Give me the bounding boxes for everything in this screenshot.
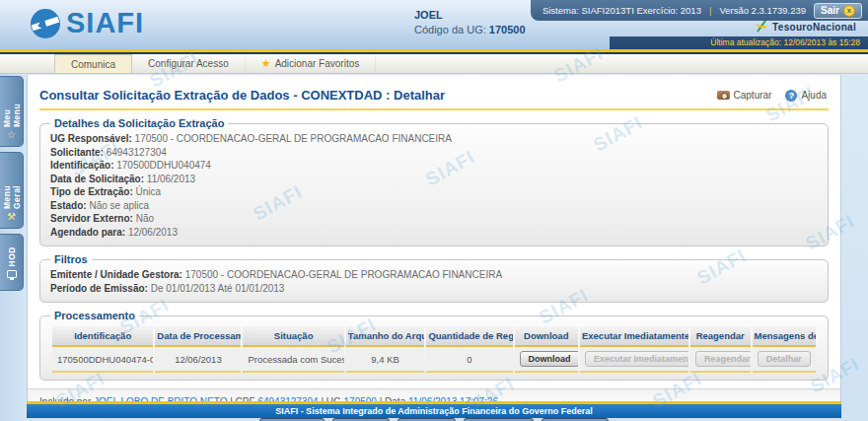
detalhar-erro-button[interactable]: Detalhar (758, 351, 811, 367)
field-estado: Estado: Não se aplica (50, 199, 818, 213)
tab-comunica-label: Comunica (71, 59, 115, 70)
user-block: JOEL Código da UG: 170500 (414, 9, 526, 35)
tab-configurar-acesso[interactable]: Configurar Acesso (132, 54, 246, 73)
monitor-icon (7, 270, 17, 278)
field-label: UG Responsável: (50, 133, 132, 144)
table-row: 170500DDHU040474-00001 12/06/2013 Proces… (52, 347, 816, 373)
field-value: 170500DDHU040474 (116, 160, 211, 171)
system-strip: Sistema: SIAFI2013TI Exercício: 2013 | V… (531, 0, 868, 21)
field-identificacao: Identificação: 170500DDHU040474 (50, 159, 818, 173)
field-agendado-para: Agendado para: 12/06/2013 (50, 226, 818, 240)
siafi-logo-icon (30, 8, 61, 39)
version-info: Versão 2.3.1739.239 (719, 5, 806, 16)
siafi-logo-text: SIAFI (66, 7, 144, 39)
col-reagendar: Reagendar (690, 326, 751, 347)
col-data-processamento: Data de Processamento (155, 326, 241, 347)
top-tabbar: Comunica Configurar Acesso ★ Adicionar F… (0, 54, 868, 74)
tesouro-nacional-logo: TesouroNacional (755, 20, 856, 34)
cell-identificacao: 170500DDHU040474-00001 (52, 347, 153, 373)
footer-bar: SIAFI - Sistema Integrado de Administraç… (27, 404, 841, 418)
field-periodo-emissao: Período de Emissão: De 01/01/2013 Até 01… (50, 282, 818, 296)
ajuda-label: Ajuda (801, 90, 827, 101)
left-sidebar: Meu Menu ☆ Menu Geral ⚒ HOD (0, 74, 27, 421)
tesouro-icon (755, 20, 768, 34)
sidebar-item-menu-geral[interactable]: Menu Geral ⚒ (0, 152, 24, 229)
field-label: Identificação: (50, 160, 113, 171)
tools-icon: ⚒ (7, 212, 16, 222)
user-name: JOEL (414, 9, 526, 21)
system-separator: | (709, 5, 711, 16)
field-value: 64943127304 (107, 147, 167, 158)
tab-adicionar-favoritos-label: Adicionar Favoritos (275, 58, 360, 69)
field-label: Agendado para: (50, 227, 125, 238)
processamento-fieldset: Processamento Identificação Data de Proc… (39, 310, 829, 381)
help-icon: ? (785, 90, 797, 102)
app-header: SIAFI JOEL Código da UG: 170500 Sistema:… (0, 0, 868, 49)
filtros-fieldset: Filtros Emitente / Unidade Gestora: 1705… (39, 253, 829, 303)
periodo-de-value: 01/01/2013 (166, 283, 215, 294)
field-servidor-externo: Servidor Externo: Não (50, 212, 818, 226)
field-value: 12/06/2013 (128, 227, 178, 238)
field-value: 170500 - COORDENACAO-GERAL DE PROGRAMACA… (185, 269, 502, 280)
star-icon: ★ (261, 57, 271, 70)
logout-button[interactable]: Sair x (814, 3, 862, 19)
field-value: Não se aplica (89, 200, 149, 211)
field-solicitante: Solicitante: 64943127304 (50, 146, 818, 160)
sidebar-item-meu-menu[interactable]: Meu Menu ☆ (0, 76, 24, 147)
ug-label: Código da UG: (414, 24, 486, 35)
filtros-legend: Filtros (50, 253, 92, 265)
field-value: 11/06/2013 (147, 174, 195, 184)
field-value: Não (136, 213, 154, 224)
capturar-label: Capturar (734, 90, 772, 101)
col-situacao: Situação (243, 326, 343, 347)
menu-geral-label: Menu Geral (2, 159, 22, 209)
field-label: Servidor Externo: (50, 213, 133, 224)
detalhes-fieldset: Detalhes da Solicitação Extração UG Resp… (39, 117, 829, 246)
detalhes-legend: Detalhes da Solicitação Extração (50, 117, 228, 129)
field-label: Solicitante: (50, 147, 104, 158)
tab-adicionar-favoritos[interactable]: ★ Adicionar Favoritos (246, 54, 376, 73)
tab-comunica[interactable]: Comunica (54, 54, 132, 73)
star-outline-icon: ☆ (7, 130, 16, 140)
siafi-logo: SIAFI (30, 7, 144, 39)
sidebar-item-hod[interactable]: HOD (0, 234, 24, 291)
field-ug-responsavel: UG Responsável: 170500 - COORDENACAO-GER… (50, 132, 818, 146)
field-value: 170500 - COORDENACAO-GERAL DE PROGRAMACA… (135, 133, 452, 144)
reagendar-button[interactable]: Reagendar (695, 351, 751, 367)
field-label: Estado: (50, 200, 87, 211)
executar-imediatamente-button[interactable]: Executar Imediatamente (585, 351, 688, 367)
periodo-ate-value: 01/01/2013 (235, 283, 284, 294)
capturar-button[interactable]: Capturar (717, 90, 772, 101)
camera-icon (717, 91, 730, 100)
page-title: Consultar Solicitação Extração de Dados … (39, 88, 445, 103)
tesouro-label: TesouroNacional (772, 22, 856, 33)
field-data-solicitacao: Data de Solicitação: 11/06/2013 (50, 173, 818, 186)
cell-data-processamento: 12/06/2013 (155, 347, 241, 373)
logout-label: Sair (821, 5, 839, 16)
logout-icon: x (843, 5, 855, 17)
periodo-ate-label: Até (218, 283, 233, 294)
processamento-table: Identificação Data de Processamento Situ… (50, 326, 818, 373)
col-executar: Executar Imediatamente (580, 326, 688, 347)
ajuda-button[interactable]: ? Ajuda (785, 90, 827, 102)
user-ug: Código da UG: 170500 (414, 24, 526, 35)
system-info: Sistema: SIAFI2013TI Exercício: 2013 (542, 5, 701, 16)
field-label: Período de Emissão: (50, 283, 148, 294)
col-mensagens-erro: Mensagens de Erro (753, 326, 817, 347)
content-panel: Consultar Solicitação Extração de Dados … (27, 75, 841, 401)
field-emitente: Emitente / Unidade Gestora: 170500 - COO… (50, 268, 818, 282)
tab-configurar-acesso-label: Configurar Acesso (148, 58, 229, 69)
col-identificacao: Identificação (52, 326, 153, 347)
table-header-row: Identificação Data de Processamento Situ… (52, 326, 816, 347)
cell-situacao: Processada com Sucesso (243, 347, 343, 373)
field-value: Única (136, 186, 162, 197)
download-button[interactable]: Download (520, 351, 578, 367)
title-underline (39, 108, 829, 110)
hod-label: HOD (7, 246, 17, 266)
field-tipo-extracao: Tipo de Extração: Única (50, 185, 818, 199)
field-label: Emitente / Unidade Gestora: (50, 269, 182, 280)
processamento-legend: Processamento (50, 310, 139, 321)
periodo-de-label: De (151, 283, 164, 294)
cell-registros: 0 (426, 347, 512, 373)
col-download: Download (515, 326, 578, 347)
